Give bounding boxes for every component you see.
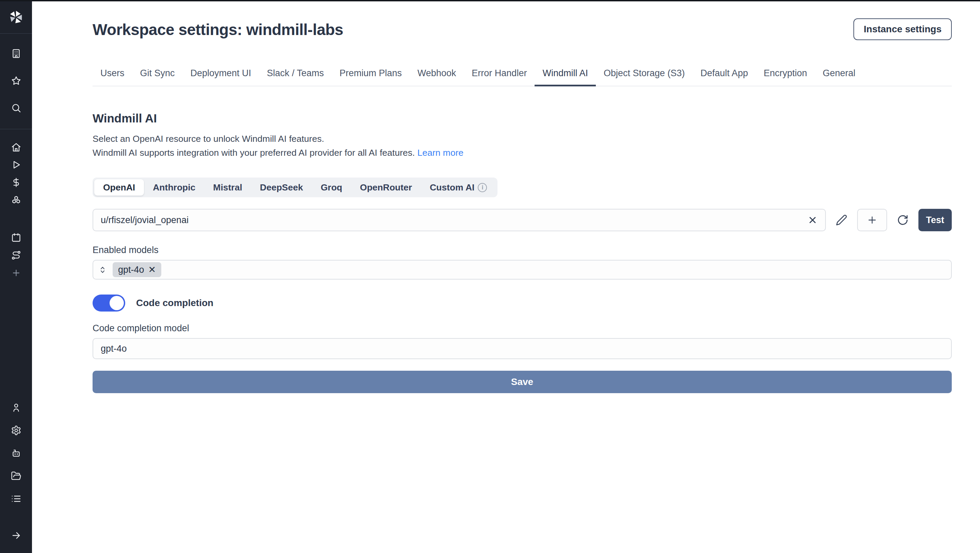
description-line1: Select an OpenAI resource to unlock Wind… [92,133,324,144]
resource-row: u/rfiszel/jovial_openai Test [92,209,952,231]
section-description: Select an OpenAI resource to unlock Wind… [92,132,952,160]
tab-slack-teams[interactable]: Slack / Teams [259,68,332,86]
home-icon[interactable] [0,138,32,156]
provider-groq[interactable]: Groq [312,179,351,195]
tab-encryption[interactable]: Encryption [756,68,815,86]
provider-custom-ai-label: Custom AI [430,182,475,193]
section-heading: Windmill AI [92,111,952,125]
save-button[interactable]: Save [92,371,952,393]
tab-git-sync[interactable]: Git Sync [132,68,183,86]
tab-users[interactable]: Users [92,68,132,86]
sidebar [0,2,32,553]
page-header: Workspace settings: windmill-labs Instan… [92,18,952,40]
favorites-star-icon[interactable] [0,67,32,94]
tab-object-storage[interactable]: Object Storage (S3) [596,68,693,86]
tab-general[interactable]: General [815,68,863,86]
resources-cubes-icon[interactable] [0,191,32,209]
tab-default-app[interactable]: Default App [693,68,756,86]
tab-windmill-ai[interactable]: Windmill AI [535,68,596,86]
sidebar-group-workspace [0,34,32,129]
schedules-calendar-icon[interactable] [0,229,32,246]
tab-webhook[interactable]: Webhook [410,68,464,86]
settings-gear-icon[interactable] [0,419,32,442]
tab-error-handler[interactable]: Error Handler [464,68,535,86]
user-icon[interactable] [0,396,32,419]
flows-route-icon[interactable] [0,246,32,264]
ai-bot-icon[interactable] [0,442,32,465]
resource-input[interactable]: u/rfiszel/jovial_openai [92,209,826,231]
toggle-knob [110,296,124,310]
windmill-pinwheel-icon [8,10,24,25]
sidebar-group-schedules [0,209,32,281]
provider-openrouter[interactable]: OpenRouter [351,179,421,195]
test-button[interactable]: Test [918,209,952,231]
sidebar-group-account [0,396,32,553]
provider-openai[interactable]: OpenAI [94,179,144,195]
windmill-logo[interactable] [0,2,32,33]
sidebar-group-main-nav [0,129,32,209]
clear-resource-icon[interactable] [808,215,818,225]
remove-model-icon[interactable]: ✕ [148,265,156,275]
code-completion-toggle[interactable] [92,294,125,311]
workspace-icon[interactable] [0,40,32,67]
page-title: Workspace settings: windmill-labs [92,18,343,39]
code-completion-model-input[interactable] [92,338,952,359]
info-icon[interactable]: i [478,183,487,192]
description-line2: Windmill AI supports integration with yo… [92,148,415,158]
refresh-icon[interactable] [894,209,912,231]
expand-sidebar-arrow-icon[interactable] [0,526,32,544]
edit-resource-pencil-icon[interactable] [833,209,850,231]
code-completion-label: Code completion [136,297,213,308]
code-completion-model-label: Code completion model [92,323,952,334]
list-icon[interactable] [0,487,32,510]
chevrons-up-down-icon [98,265,107,275]
folders-icon[interactable] [0,465,32,487]
runs-play-icon[interactable] [0,156,32,173]
enabled-models-multiselect[interactable]: gpt-4o ✕ [92,260,952,280]
add-resource-button[interactable] [857,209,887,231]
provider-mistral[interactable]: Mistral [204,179,251,195]
settings-tabbar: Users Git Sync Deployment UI Slack / Tea… [92,68,952,86]
resource-input-value: u/rfiszel/jovial_openai [101,215,189,226]
tab-premium-plans[interactable]: Premium Plans [332,68,410,86]
enabled-models-label: Enabled models [92,245,952,256]
model-chip-label: gpt-4o [118,265,144,275]
code-completion-row: Code completion [92,294,952,311]
model-chip: gpt-4o ✕ [113,262,161,277]
main-content: Workspace settings: windmill-labs Instan… [32,2,980,553]
provider-tabs: OpenAI Anthropic Mistral DeepSeek Groq O… [92,178,498,197]
provider-deepseek[interactable]: DeepSeek [251,179,312,195]
tab-deployment-ui[interactable]: Deployment UI [183,68,259,86]
add-plus-icon[interactable] [0,264,32,281]
provider-anthropic[interactable]: Anthropic [144,179,204,195]
variables-dollar-icon[interactable] [0,173,32,191]
learn-more-link[interactable]: Learn more [417,148,463,158]
search-icon[interactable] [0,94,32,121]
plus-icon [867,215,878,226]
provider-custom-ai[interactable]: Custom AI i [421,179,496,195]
instance-settings-button[interactable]: Instance settings [853,18,952,40]
window-top-edge [0,0,980,2]
